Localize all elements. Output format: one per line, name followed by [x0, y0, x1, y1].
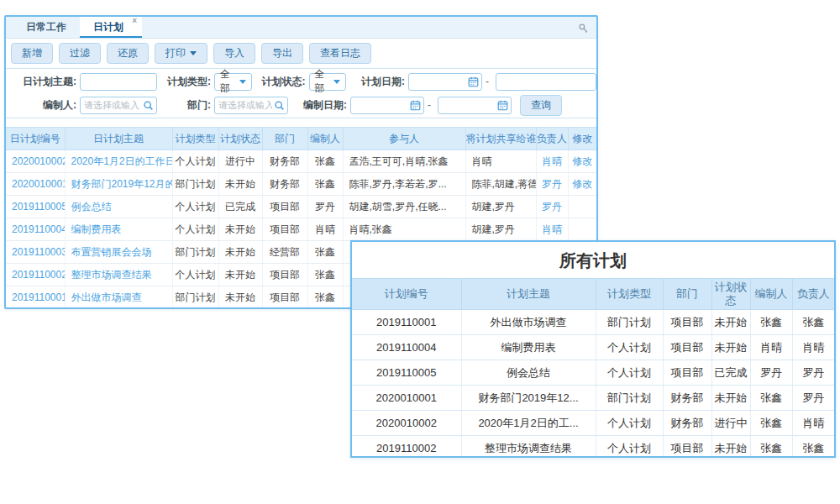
cell-link[interactable]: 2019110004 — [12, 223, 65, 235]
table-cell: 2019110001 — [6, 286, 65, 309]
create-date-end-input[interactable] — [438, 97, 512, 114]
filter-button[interactable]: 过滤 — [59, 43, 101, 64]
table-cell: 张鑫 — [792, 436, 834, 459]
cell-link[interactable]: 罗丹 — [542, 178, 562, 190]
cell-text: 张鑫 — [315, 155, 335, 167]
plan-subject-label: 日计划主题: — [8, 75, 76, 89]
plan-date-start-input[interactable] — [408, 73, 482, 91]
plan-subject-input[interactable] — [80, 73, 157, 91]
department-picker-input[interactable] — [214, 97, 288, 114]
table-cell: 肖晴 — [792, 335, 834, 360]
cell-link[interactable]: 整理市场调查结果 — [71, 269, 152, 281]
cell-text: 项目部 — [270, 223, 300, 235]
column-header[interactable]: 日计划主题 — [65, 128, 172, 150]
creator-picker-input[interactable] — [80, 97, 157, 114]
cell-text: 个人计划 — [176, 155, 216, 167]
toolbar: 新增 过滤 还原 打印 导入 导出 查看日志 — [6, 39, 596, 68]
cell-link[interactable]: 肖晴 — [542, 223, 562, 235]
cell-text: 2019110001 — [376, 316, 436, 328]
department-label: 部门: — [164, 98, 211, 113]
close-icon[interactable]: × — [132, 16, 137, 26]
filter-row-1: 日计划主题: 计划类型: 全部 计划状态: 全部 计划日期: - — [6, 70, 596, 93]
all-plans-window: 所有计划 计划编号计划主题计划类型部门计划状态编制人负责人2019110001外… — [350, 240, 836, 458]
cell-text: 个人计划 — [607, 341, 651, 354]
table-row: 2020010001财务部门2019年12...部门计划财务部未开始张鑫罗丹 — [352, 386, 834, 411]
create-date-start-input[interactable] — [350, 97, 424, 114]
column-header: 负责人 — [792, 279, 834, 310]
table-cell: 部门计划 — [172, 173, 218, 196]
cell-text: 进行中 — [715, 417, 748, 429]
chevron-down-icon — [333, 80, 340, 84]
cell-link[interactable]: 2020010001 — [12, 178, 65, 190]
table-cell: 肖晴 — [750, 335, 792, 360]
cell-link[interactable]: 编制费用表 — [71, 223, 122, 235]
table-cell: 罗丹 — [750, 360, 792, 386]
table-cell: 未开始 — [218, 173, 262, 196]
cell-text: 部门计划 — [176, 246, 216, 258]
plan-date-end-input[interactable] — [496, 73, 596, 91]
view-log-button[interactable]: 查看日志 — [309, 43, 371, 64]
column-header[interactable]: 参与人 — [343, 128, 465, 150]
cell-link[interactable]: 2020年1月2日的工作日... — [71, 155, 173, 167]
cell-text: 财务部 — [671, 391, 704, 404]
column-header[interactable]: 计划类型 — [172, 128, 218, 150]
tab-daily-work[interactable]: 日常工作 — [13, 16, 80, 38]
column-header[interactable]: 将计划共享给谁 — [465, 128, 536, 150]
cell-link[interactable]: 2019110003 — [12, 246, 65, 258]
cell-link[interactable]: 修改 — [572, 178, 592, 190]
table-cell: 项目部 — [663, 335, 711, 360]
table-cell: 肖晴 — [792, 411, 834, 436]
cell-link[interactable]: 布置营销展会会场 — [71, 246, 152, 258]
import-button[interactable]: 导入 — [213, 43, 255, 64]
plan-type-select[interactable]: 全部 — [214, 73, 252, 91]
cell-link[interactable]: 罗丹 — [542, 201, 562, 213]
plan-status-select[interactable]: 全部 — [309, 73, 347, 91]
cell-text: 未开始 — [715, 341, 748, 354]
column-header[interactable]: 计划状态 — [218, 128, 262, 150]
table-cell: 部门计划 — [596, 386, 663, 411]
cell-text: 项目部 — [270, 201, 300, 213]
table-cell: 项目部 — [262, 264, 307, 286]
column-header[interactable]: 编制人 — [307, 128, 343, 150]
cell-link[interactable]: 修改 — [572, 155, 592, 167]
table-cell: 2020010001 — [6, 173, 65, 196]
cell-link[interactable]: 外出做市场调查 — [71, 291, 142, 303]
search-button[interactable]: 查询 — [520, 95, 562, 116]
range-separator: - — [428, 99, 431, 111]
range-separator: - — [486, 76, 489, 87]
tab-bar: 日常工作 日计划 × — [6, 17, 596, 39]
table-cell: 2020010002 — [352, 411, 461, 436]
cell-link[interactable]: 2020010002 — [12, 155, 65, 167]
tab-daily-plan[interactable]: 日计划 × — [80, 16, 142, 38]
print-button[interactable]: 打印 — [155, 43, 207, 64]
column-header[interactable]: 负责人 — [536, 128, 568, 150]
export-button[interactable]: 导出 — [261, 43, 303, 64]
table-cell: 已完成 — [218, 196, 262, 218]
cell-link[interactable]: 例会总结 — [71, 201, 112, 213]
table-cell: 张鑫 — [307, 286, 343, 309]
key-icon[interactable] — [578, 22, 589, 37]
cell-link[interactable]: 2019110002 — [12, 269, 65, 281]
table-cell: 个人计划 — [172, 264, 218, 286]
cell-link[interactable]: 2019110001 — [12, 291, 65, 303]
table-cell: 2019110002 — [6, 264, 65, 286]
column-header[interactable]: 日计划编号 — [6, 128, 65, 150]
table-cell: 罗丹 — [792, 386, 834, 411]
cell-text: 部门计划 — [607, 391, 651, 404]
table-cell: 张鑫 — [750, 310, 792, 335]
filter-row-2: 编制人: 部门: 编制日期: - 查询 — [6, 93, 596, 117]
create-date-label: 编制日期: — [295, 98, 347, 113]
header-row: 计划编号计划主题计划类型部门计划状态编制人负责人 — [352, 279, 834, 310]
column-header[interactable]: 部门 — [262, 128, 307, 150]
cell-text: 肖晴 — [802, 341, 824, 354]
add-button[interactable]: 新增 — [11, 43, 53, 64]
cell-link[interactable]: 肖晴 — [542, 155, 562, 167]
cell-text: 2020010002 — [376, 417, 437, 429]
restore-button[interactable]: 还原 — [107, 43, 149, 64]
table-cell: 外出做市场调查 — [461, 310, 596, 335]
cell-link[interactable]: 财务部门2019年12月的... — [71, 178, 173, 190]
column-header[interactable]: 修改 — [568, 128, 596, 150]
table-cell: 2019110004 — [6, 218, 65, 241]
cell-link[interactable]: 2019110005 — [12, 201, 65, 213]
cell-text: 项目部 — [671, 366, 704, 379]
